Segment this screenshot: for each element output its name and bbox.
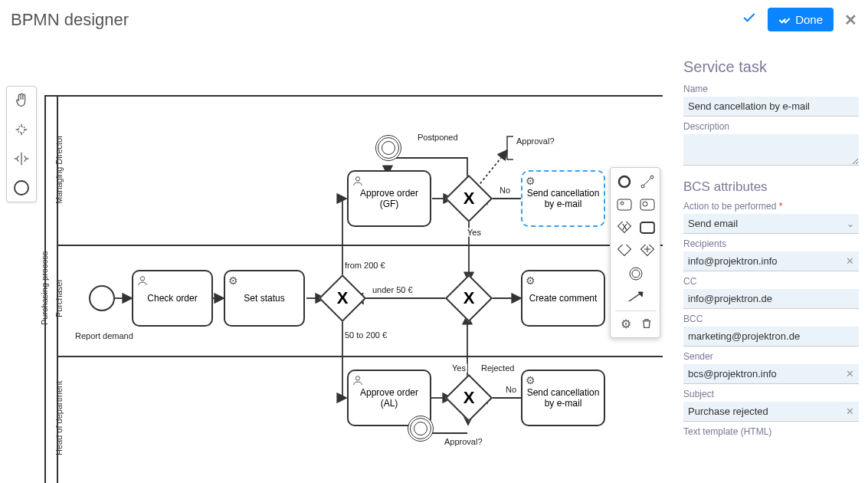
gear-icon: ⚙ (526, 374, 536, 386)
svg-rect-14 (640, 222, 654, 233)
pool-label: Purchasing process (40, 251, 49, 325)
cp-connect-icon[interactable] (638, 172, 657, 191)
timer-event[interactable] (408, 416, 434, 442)
svg-point-3 (355, 177, 359, 181)
recipients-label: Recipients (683, 238, 859, 249)
edge-label: Yes (466, 228, 483, 237)
task-set-status[interactable]: ⚙ Set status (224, 270, 305, 327)
user-icon (136, 274, 149, 289)
edge-label: from 200 € (343, 261, 387, 270)
gear-icon: ⚙ (526, 274, 536, 287)
context-pad: X ⚙ (610, 167, 660, 338)
edge-label: under 50 € (371, 285, 414, 294)
bcc-input[interactable] (683, 327, 859, 346)
properties-panel: Service task Name Description BCS attrib… (676, 48, 868, 483)
edge-label: Postponed (416, 133, 460, 142)
lane-label: Managing Director (54, 135, 64, 204)
gateway-approval-al[interactable]: X (445, 374, 493, 422)
gear-icon: ⚙ (228, 274, 238, 287)
template-label: Text template (HTML) (683, 426, 859, 437)
svg-point-9 (621, 202, 624, 205)
edge-label: 50 to 200 € (343, 330, 388, 340)
svg-point-5 (619, 176, 630, 187)
timer-event[interactable] (375, 135, 401, 161)
subject-label: Subject (683, 389, 859, 399)
user-icon (352, 374, 364, 389)
cp-intermediate-event[interactable] (627, 264, 645, 283)
svg-rect-15 (618, 245, 631, 255)
description-label: Description (683, 121, 859, 132)
cc-input[interactable] (683, 289, 859, 308)
start-event-tool[interactable] (11, 177, 32, 199)
lane-label: Head of department (54, 381, 64, 455)
cp-wrench-icon[interactable]: ⚙ (617, 314, 635, 333)
svg-text:X: X (622, 223, 627, 232)
recipients-input[interactable] (683, 251, 841, 271)
svg-point-7 (650, 176, 653, 179)
description-input[interactable] (683, 134, 859, 166)
sender-label: Sender (683, 351, 859, 362)
svg-point-2 (140, 277, 144, 281)
name-label: Name (683, 84, 859, 94)
lasso-tool[interactable] (11, 119, 32, 140)
edge-label: Report demand (74, 331, 135, 340)
gateway-merge[interactable]: X (445, 274, 493, 322)
clear-icon[interactable]: ✕ (841, 406, 859, 417)
cp-end-event[interactable] (615, 172, 634, 191)
edge-label: Approval? (443, 437, 484, 446)
gateway-split[interactable]: X (319, 274, 366, 322)
svg-point-17 (630, 268, 642, 280)
edge-label: No (498, 186, 512, 195)
svg-point-4 (355, 376, 359, 380)
cp-sequence-flow[interactable] (627, 288, 645, 306)
name-input[interactable] (683, 97, 859, 117)
cp-trash-icon[interactable] (637, 314, 656, 333)
svg-point-18 (632, 270, 640, 278)
gear-icon: ⚙ (526, 175, 536, 187)
clear-icon[interactable]: ✕ (841, 368, 859, 380)
task-create-comment[interactable]: ⚙ Create comment (521, 270, 605, 327)
svg-point-6 (641, 185, 644, 188)
action-label: Action to be performed * (683, 201, 859, 212)
action-select[interactable]: Send email ⌄ (683, 214, 859, 234)
cp-task[interactable] (638, 219, 657, 237)
bpmn-canvas[interactable]: Purchasing process Managing Director Pur… (0, 48, 676, 483)
start-event[interactable] (89, 285, 115, 311)
task-check-order[interactable]: Check order (132, 270, 213, 327)
cp-service-task[interactable] (638, 196, 657, 214)
task-approve-gf[interactable]: Approve order (GF) (347, 170, 431, 227)
edge-label: Approval? (515, 136, 556, 146)
gateway-approval-gf[interactable]: X (445, 175, 493, 222)
palette-toolbar (6, 86, 37, 202)
task-send-cancel-bottom[interactable]: ⚙ Send cancellation by e-mail (521, 370, 605, 426)
subject-input[interactable] (683, 402, 841, 421)
cp-user-task[interactable] (615, 196, 634, 214)
bcs-title: BCS attributes (683, 179, 859, 195)
lane-label: Purchaser (54, 279, 64, 317)
close-icon[interactable]: ✕ (844, 11, 857, 29)
edge-label: No (504, 385, 518, 394)
done-button[interactable]: Done (768, 8, 834, 31)
confirm-icon[interactable] (742, 10, 757, 30)
svg-rect-0 (18, 127, 24, 132)
cc-label: CC (683, 276, 859, 287)
hand-tool[interactable] (11, 90, 32, 111)
page-title: BPMN designer (11, 10, 129, 30)
svg-rect-8 (617, 199, 631, 210)
chevron-down-icon: ⌄ (847, 219, 854, 229)
svg-point-1 (15, 181, 28, 195)
svg-point-11 (643, 202, 647, 206)
task-send-cancel-top[interactable]: ⚙ Send cancellation by e-mail (521, 170, 605, 227)
clear-icon[interactable]: ✕ (841, 255, 859, 267)
user-icon (352, 175, 364, 189)
sender-input[interactable] (683, 364, 841, 383)
edge-label: Yes (450, 363, 467, 373)
cp-gateway-parallel[interactable] (638, 242, 657, 260)
cp-gateway-plus[interactable] (615, 242, 634, 260)
space-tool[interactable] (11, 148, 32, 169)
edge-label: Rejected (480, 363, 516, 373)
bcc-label: BCC (683, 314, 859, 324)
panel-title: Service task (683, 58, 859, 76)
cp-gateway-xor[interactable]: X (615, 219, 634, 237)
